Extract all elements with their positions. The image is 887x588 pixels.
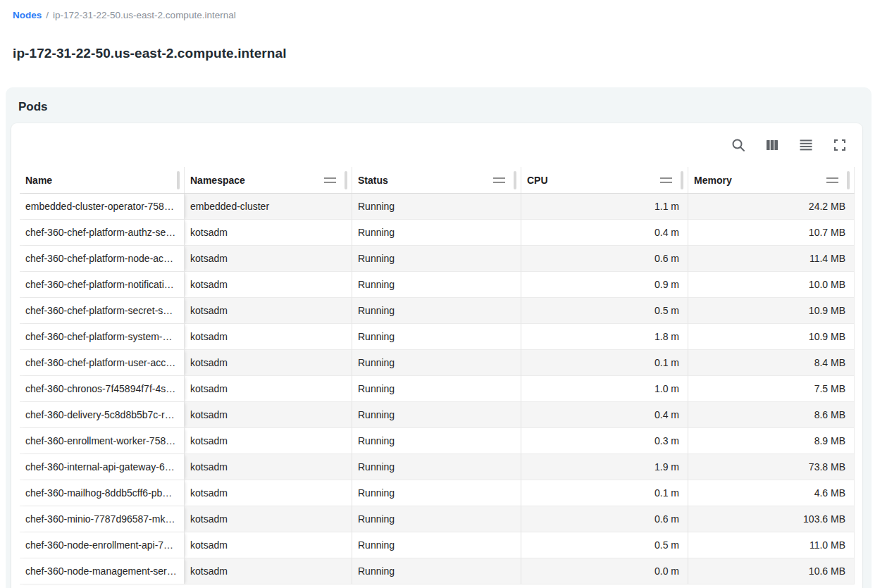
pod-name-cell: chef-360-chef-platform-authz-se…: [20, 220, 185, 246]
table-row: chef-360-chef-platform-system-… kotsadm …: [20, 324, 855, 350]
pods-table: Name Namespace Status CPU: [20, 167, 855, 584]
breadcrumb: Nodes / ip-172-31-22-50.us-east-2.comput…: [0, 0, 887, 20]
pod-memory-cell: 11.0 MB: [688, 532, 855, 558]
pod-cpu-cell: 0.3 m: [521, 428, 688, 454]
pod-name-cell: chef-360-mailhog-8ddb5cff6-pb…: [20, 480, 185, 506]
pod-name-cell: chef-360-chef-platform-system-…: [20, 324, 185, 350]
column-resize-handle[interactable]: [514, 171, 516, 189]
pod-status-cell: Running: [352, 506, 521, 532]
pod-namespace-cell: kotsadm: [185, 558, 352, 584]
table-row: chef-360-internal-api-gateway-6… kotsadm…: [20, 454, 855, 480]
pod-cpu-cell: 0.1 m: [521, 480, 688, 506]
density-icon: [798, 137, 814, 154]
toggle-fullscreen-button[interactable]: [829, 134, 851, 156]
pod-name-cell: chef-360-node-enrollment-api-7…: [20, 532, 185, 558]
column-drag-handle-icon[interactable]: [826, 177, 838, 183]
pod-name-cell: chef-360-chef-platform-node-ac…: [20, 246, 185, 272]
table-row: chef-360-chef-platform-secret-s… kotsadm…: [20, 298, 855, 324]
column-resize-handle[interactable]: [345, 171, 347, 189]
pod-memory-cell: 10.7 MB: [688, 220, 855, 246]
pod-memory-cell: 10.9 MB: [688, 324, 855, 350]
breadcrumb-separator: /: [46, 10, 49, 20]
pod-memory-cell: 73.8 MB: [688, 454, 855, 480]
column-header-cpu: CPU: [521, 167, 688, 193]
table-row: embedded-cluster-operator-758… embedded-…: [20, 194, 855, 220]
column-header-memory: Memory: [688, 167, 855, 193]
pod-memory-cell: 10.9 MB: [688, 298, 855, 324]
column-header-status-label[interactable]: Status: [358, 175, 388, 186]
column-header-name-label[interactable]: Name: [25, 175, 52, 186]
pod-status-cell: Running: [352, 272, 521, 298]
pod-name-cell: chef-360-node-management-ser…: [20, 558, 185, 584]
pod-status-cell: Running: [352, 454, 521, 480]
pod-status-cell: Running: [352, 298, 521, 324]
table-row: chef-360-chef-platform-notificati… kotsa…: [20, 272, 855, 298]
table-row: chef-360-delivery-5c8d8b5b7c-r… kotsadm …: [20, 402, 855, 428]
table-row: chef-360-chef-platform-node-ac… kotsadm …: [20, 246, 855, 272]
pod-cpu-cell: 0.4 m: [521, 402, 688, 428]
pod-memory-cell: 8.9 MB: [688, 428, 855, 454]
column-header-cpu-label[interactable]: CPU: [527, 175, 548, 186]
pod-cpu-cell: 0.6 m: [521, 246, 688, 272]
breadcrumb-link-nodes[interactable]: Nodes: [13, 10, 42, 20]
column-drag-handle-icon[interactable]: [493, 177, 505, 183]
pod-status-cell: Running: [352, 246, 521, 272]
column-resize-handle[interactable]: [681, 171, 683, 189]
pod-namespace-cell: kotsadm: [185, 220, 352, 246]
pod-status-cell: Running: [352, 428, 521, 454]
pod-memory-cell: 24.2 MB: [688, 194, 855, 220]
pod-cpu-cell: 1.8 m: [521, 324, 688, 350]
table-row: chef-360-node-enrollment-api-7… kotsadm …: [20, 532, 855, 558]
table-row: chef-360-chef-platform-user-acc… kotsadm…: [20, 350, 855, 376]
pod-namespace-cell: kotsadm: [185, 246, 352, 272]
pod-namespace-cell: kotsadm: [185, 506, 352, 532]
pod-namespace-cell: kotsadm: [185, 324, 352, 350]
table-row: chef-360-node-management-ser… kotsadm Ru…: [20, 558, 855, 584]
pod-namespace-cell: kotsadm: [185, 532, 352, 558]
pod-memory-cell: 11.4 MB: [688, 246, 855, 272]
column-resize-handle[interactable]: [177, 171, 180, 189]
pod-status-cell: Running: [352, 402, 521, 428]
breadcrumb-current: ip-172-31-22-50.us-east-2.compute.intern…: [53, 10, 236, 20]
pod-status-cell: Running: [352, 194, 521, 220]
pod-status-cell: Running: [352, 220, 521, 246]
pod-namespace-cell: kotsadm: [185, 480, 352, 506]
pod-name-cell: chef-360-chronos-7f45894f7f-4s…: [20, 376, 185, 402]
table-row: chef-360-chronos-7f45894f7f-4s… kotsadm …: [20, 376, 855, 402]
column-drag-handle-icon[interactable]: [660, 177, 672, 183]
pods-card-title: Pods: [18, 100, 862, 114]
table-header-row: Name Namespace Status CPU: [20, 167, 855, 194]
show-hide-columns-button[interactable]: [761, 134, 783, 156]
pod-name-cell: chef-360-internal-api-gateway-6…: [20, 454, 185, 480]
pod-status-cell: Running: [352, 324, 521, 350]
pods-card: Pods: [6, 87, 872, 588]
page-title: ip-172-31-22-50.us-east-2.compute.intern…: [13, 46, 887, 61]
column-resize-handle[interactable]: [847, 171, 850, 189]
pod-namespace-cell: kotsadm: [185, 298, 352, 324]
table-toolbar: [11, 123, 862, 167]
pod-cpu-cell: 0.5 m: [521, 298, 688, 324]
column-drag-handle-icon[interactable]: [324, 177, 336, 183]
pod-memory-cell: 103.6 MB: [688, 506, 855, 532]
pod-memory-cell: 7.5 MB: [688, 376, 855, 402]
pod-namespace-cell: kotsadm: [185, 402, 352, 428]
column-header-memory-label[interactable]: Memory: [694, 175, 732, 186]
pod-cpu-cell: 0.1 m: [521, 350, 688, 376]
pod-memory-cell: 8.4 MB: [688, 350, 855, 376]
search-button[interactable]: [727, 134, 750, 156]
pod-name-cell: chef-360-delivery-5c8d8b5b7c-r…: [20, 402, 185, 428]
column-header-name: Name: [20, 167, 185, 193]
pod-name-cell: chef-360-chef-platform-secret-s…: [20, 298, 185, 324]
column-header-namespace: Namespace: [185, 167, 352, 193]
pod-name-cell: embedded-cluster-operator-758…: [20, 194, 185, 220]
toggle-density-button[interactable]: [795, 134, 817, 156]
table-row: chef-360-minio-7787d96587-mk… kotsadm Ru…: [20, 506, 855, 532]
pod-memory-cell: 10.0 MB: [688, 272, 855, 298]
table-row: chef-360-enrollment-worker-758… kotsadm …: [20, 428, 855, 454]
pod-name-cell: chef-360-chef-platform-user-acc…: [20, 350, 185, 376]
column-header-namespace-label[interactable]: Namespace: [190, 175, 245, 186]
pod-cpu-cell: 1.1 m: [521, 194, 688, 220]
pod-namespace-cell: kotsadm: [185, 376, 352, 402]
table-row: chef-360-mailhog-8ddb5cff6-pb… kotsadm R…: [20, 480, 855, 506]
pod-status-cell: Running: [352, 376, 521, 402]
